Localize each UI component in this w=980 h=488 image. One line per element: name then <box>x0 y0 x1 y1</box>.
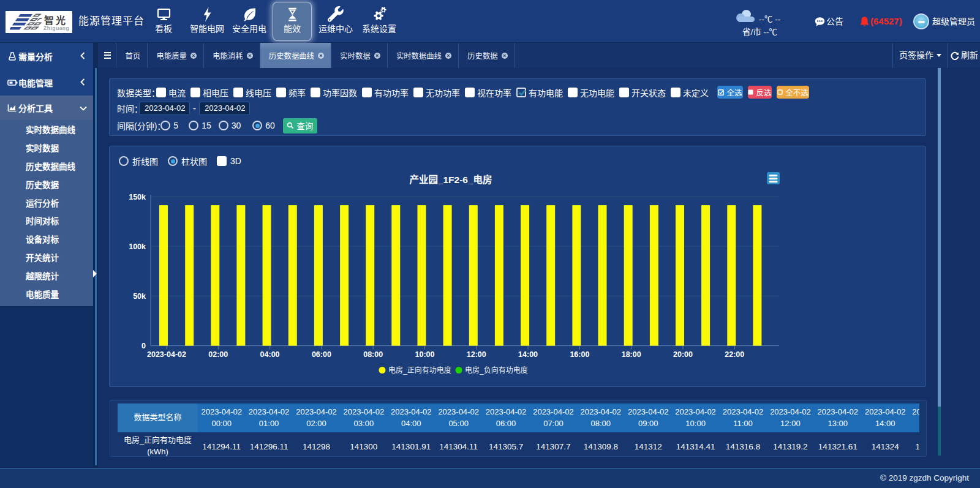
svg-text:2023-04-02: 2023-04-02 <box>147 350 186 359</box>
svg-text:20:00: 20:00 <box>673 350 693 359</box>
svg-text:150k: 150k <box>129 193 146 201</box>
svg-text:0: 0 <box>141 342 146 350</box>
svg-text:100k: 100k <box>129 242 146 251</box>
svg-text:18:00: 18:00 <box>622 350 641 359</box>
svg-text:电房_正向有功电度: 电房_正向有功电度 <box>388 366 451 375</box>
svg-text:10:00: 10:00 <box>415 350 435 359</box>
svg-text:02:00: 02:00 <box>208 350 228 359</box>
svg-text:产业园_1F2-6_电房: 产业园_1F2-6_电房 <box>409 174 492 185</box>
svg-text:12:00: 12:00 <box>467 350 486 359</box>
svg-text:08:00: 08:00 <box>363 350 383 359</box>
svg-text:22:00: 22:00 <box>725 350 744 359</box>
svg-text:16:00: 16:00 <box>570 350 589 359</box>
svg-text:电房_负向有功电度: 电房_负向有功电度 <box>465 366 528 375</box>
svg-text:06:00: 06:00 <box>312 350 331 359</box>
svg-text:50k: 50k <box>133 292 146 301</box>
svg-text:04:00: 04:00 <box>260 350 280 359</box>
svg-text:14:00: 14:00 <box>518 350 538 359</box>
